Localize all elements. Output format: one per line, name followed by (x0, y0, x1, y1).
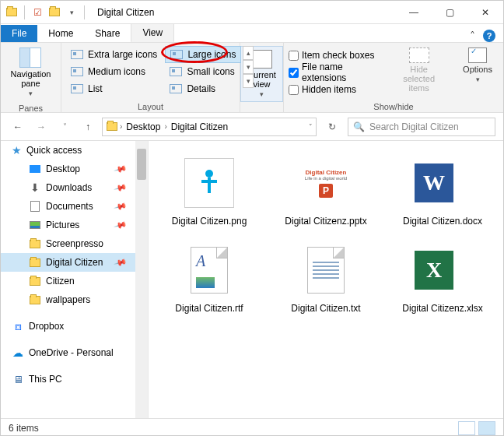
layout-large-icons[interactable]: Large icons (165, 46, 241, 63)
breadcrumb[interactable]: › Desktop › Digital Citizen ˅ (102, 118, 317, 136)
qat-newfolder-icon[interactable] (48, 6, 61, 19)
sidebar-item-wallpapers[interactable]: wallpapers (1, 290, 148, 309)
qat-properties-icon[interactable]: ☑ (31, 6, 44, 19)
folder-icon (5, 6, 18, 19)
file-label: Digital Citizen.png (172, 216, 247, 227)
png-thumbnail-icon (184, 158, 234, 208)
file-label: Digital Citizen.rtf (175, 303, 243, 314)
file-label: Digital Citizen.docx (403, 216, 482, 227)
folder-icon (29, 237, 41, 250)
titlebar: ☑ ▾ Digital Citizen — ▢ ✕ (1, 1, 503, 24)
help-icon[interactable]: ? (483, 30, 495, 42)
navigation-pane-label: Navigation pane (11, 69, 51, 88)
sidebar-dropbox[interactable]: ⧈Dropbox (1, 317, 148, 336)
search-input[interactable]: 🔍 Search Digital Citizen (348, 118, 495, 136)
status-bar: 6 items (1, 418, 503, 436)
check-item-checkboxes[interactable]: Item check boxes (289, 47, 381, 63)
word-icon: W (415, 155, 471, 211)
hide-selected-icon (409, 47, 429, 63)
search-icon: 🔍 (353, 121, 365, 132)
layout-details[interactable]: Details (165, 80, 241, 97)
sidebar-item-downloads[interactable]: ⬇Downloads📌 (1, 178, 148, 197)
folder-icon (29, 294, 41, 306)
layout-extra-large-icons[interactable]: Extra large icons (66, 46, 162, 63)
file-item[interactable]: A Digital Citizen.rtf (155, 242, 264, 314)
pptx-thumbnail-icon: Digital CitizenLife in a digital worldP (305, 169, 347, 198)
navigation-pane-button[interactable]: Navigation pane ▾ (6, 46, 56, 99)
dropbox-icon: ⧈ (12, 320, 24, 332)
refresh-button[interactable]: ↻ (321, 118, 343, 136)
pin-icon: 📌 (114, 255, 128, 269)
nav-recent-button[interactable]: ˅ (55, 118, 74, 136)
file-item[interactable]: Digital Citizen.txt (271, 242, 380, 314)
item-count: 6 items (9, 423, 39, 434)
excel-icon: X (415, 242, 471, 298)
folder-icon (106, 121, 118, 133)
group-layout-label: Layout (61, 100, 240, 114)
address-bar: ← → ˅ ↑ › Desktop › Digital Citizen ˅ ↻ … (1, 113, 503, 141)
file-item[interactable]: Digital Citizen.png (155, 155, 264, 227)
search-placeholder: Search Digital Citizen (369, 121, 459, 132)
pictures-icon (29, 219, 41, 231)
window-title: Digital Citizen (91, 7, 396, 18)
group-showhide-label: Show/hide (284, 100, 503, 114)
rtf-icon: A (191, 247, 228, 294)
view-details-button[interactable] (458, 421, 475, 435)
documents-icon (29, 200, 41, 213)
breadcrumb-desktop[interactable]: Desktop (124, 121, 163, 132)
pin-icon: 📌 (114, 218, 128, 232)
nav-back-button[interactable]: ← (9, 118, 27, 136)
sidebar-scrollbar[interactable] (135, 141, 148, 418)
layout-scroll[interactable]: ▴▾▾ (241, 46, 255, 88)
tab-home[interactable]: Home (37, 25, 84, 42)
file-item[interactable]: W Digital Citizen.docx (388, 155, 497, 227)
sidebar-onedrive[interactable]: ☁OneDrive - Personal (1, 343, 148, 362)
pin-icon: 📌 (114, 199, 128, 213)
file-label: Digital Citizenz.xlsx (402, 303, 482, 314)
navigation-pane-icon (19, 47, 41, 68)
tab-share[interactable]: Share (84, 25, 131, 42)
options-icon (468, 47, 487, 63)
view-large-button[interactable] (478, 421, 495, 435)
tab-view[interactable]: View (131, 23, 174, 42)
layout-small-icons[interactable]: Small icons (165, 63, 241, 80)
folder-icon (29, 275, 41, 287)
desktop-icon (29, 163, 41, 175)
qat-customize-icon[interactable]: ▾ (65, 6, 78, 19)
maximize-button[interactable]: ▢ (432, 1, 467, 24)
file-label: Digital Citizen.txt (291, 303, 360, 314)
file-item[interactable]: X Digital Citizenz.xlsx (388, 242, 497, 314)
sidebar: ★Quick access Desktop📌 ⬇Downloads📌 Docum… (1, 141, 149, 418)
sidebar-item-citizen[interactable]: Citizen (1, 272, 148, 290)
sidebar-item-pictures[interactable]: Pictures📌 (1, 216, 148, 234)
minimize-button[interactable]: — (396, 1, 432, 24)
layout-medium-icons[interactable]: Medium icons (66, 63, 162, 80)
sidebar-quick-access[interactable]: ★Quick access (1, 141, 148, 160)
ribbon-collapse-icon[interactable]: ˄ (470, 30, 475, 42)
hide-selected-button[interactable]: Hide selected items (389, 46, 449, 94)
pc-icon: 🖥 (12, 373, 24, 385)
close-button[interactable]: ✕ (467, 1, 503, 24)
check-file-extensions[interactable]: File name extensions (289, 65, 381, 80)
pin-icon: 📌 (114, 181, 128, 195)
tab-file[interactable]: File (1, 25, 37, 42)
file-view[interactable]: Digital Citizen.png Digital CitizenLife … (149, 141, 503, 418)
nav-up-button[interactable]: ↑ (79, 118, 97, 136)
sidebar-item-digital-citizen[interactable]: Digital Citizen📌 (1, 253, 148, 272)
sidebar-item-desktop[interactable]: Desktop📌 (1, 160, 148, 178)
sidebar-item-documents[interactable]: Documents📌 (1, 197, 148, 216)
file-label: Digital Citizenz.pptx (285, 216, 366, 227)
check-hidden-items[interactable]: Hidden items (289, 82, 381, 97)
sidebar-item-screenpresso[interactable]: Screenpresso (1, 234, 148, 253)
svg-point-0 (205, 170, 213, 178)
nav-forward-button[interactable]: → (32, 118, 51, 136)
file-item[interactable]: Digital CitizenLife in a digital worldP … (271, 155, 380, 227)
svg-rect-2 (201, 180, 217, 183)
sidebar-this-pc[interactable]: 🖥This PC (1, 370, 148, 389)
layout-list[interactable]: List (66, 80, 162, 97)
breadcrumb-current[interactable]: Digital Citizen (169, 121, 230, 132)
breadcrumb-dropdown-icon[interactable]: ˅ (309, 123, 313, 131)
options-button[interactable]: Options ▾ (457, 46, 499, 85)
ribbon-tabs: File Home Share View ˄ ? (1, 24, 503, 43)
folder-icon (29, 256, 41, 269)
